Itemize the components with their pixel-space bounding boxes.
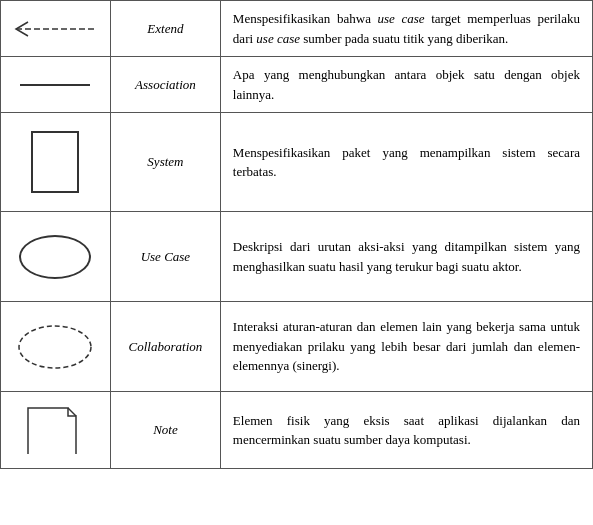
- usecase-label: Use Case: [141, 249, 190, 264]
- extend-icon-cell: [1, 1, 111, 57]
- association-label: Association: [135, 77, 196, 92]
- extend-desc: Menspesifikasikan bahwa use case target …: [233, 11, 580, 46]
- association-desc: Apa yang menghubungkan antara objek satu…: [233, 67, 580, 102]
- collaboration-ellipse-svg: [15, 322, 95, 372]
- note-icon-cell: [1, 392, 111, 469]
- extend-label: Extend: [147, 21, 183, 36]
- note-name-cell: Note: [110, 392, 220, 469]
- svg-marker-2: [28, 408, 76, 454]
- system-rect: [31, 131, 79, 193]
- system-name-cell: System: [110, 113, 220, 212]
- row-note: Note Elemen fisik yang eksis saat aplika…: [1, 392, 593, 469]
- row-association: Association Apa yang menghubungkan antar…: [1, 57, 593, 113]
- collaboration-icon-cell: [1, 302, 111, 392]
- system-icon: [7, 123, 104, 201]
- row-collaboration: Collaboration Interaksi aturan-aturan da…: [1, 302, 593, 392]
- collaboration-icon: [7, 314, 104, 380]
- collaboration-name-cell: Collaboration: [110, 302, 220, 392]
- system-desc: Menspesifikasikan paket yang menampilkan…: [233, 145, 580, 180]
- collaboration-desc-cell: Interaksi aturan-aturan dan elemen lain …: [220, 302, 592, 392]
- row-usecase: Use Case Deskripsi dari urutan aksi-aksi…: [1, 212, 593, 302]
- svg-point-1: [19, 326, 91, 368]
- association-desc-cell: Apa yang menghubungkan antara objek satu…: [220, 57, 592, 113]
- usecase-icon-cell: [1, 212, 111, 302]
- note-icon: [7, 402, 104, 458]
- system-label: System: [147, 154, 183, 169]
- note-svg: [26, 406, 84, 454]
- usecase-desc: Deskripsi dari urutan aksi-aksi yang dit…: [233, 239, 580, 274]
- extend-desc-cell: Menspesifikasikan bahwa use case target …: [220, 1, 592, 57]
- note-shape: [26, 406, 84, 454]
- usecase-name-cell: Use Case: [110, 212, 220, 302]
- association-icon: [7, 84, 104, 86]
- extend-arrow-svg: [10, 18, 100, 40]
- row-extend: Extend Menspesifikasikan bahwa use case …: [1, 1, 593, 57]
- usecase-icon: [7, 227, 104, 287]
- extend-name-cell: Extend: [110, 1, 220, 57]
- association-line: [20, 84, 90, 86]
- collaboration-label: Collaboration: [129, 339, 203, 354]
- row-system: System Menspesifikasikan paket yang mena…: [1, 113, 593, 212]
- system-desc-cell: Menspesifikasikan paket yang menampilkan…: [220, 113, 592, 212]
- note-desc: Elemen fisik yang eksis saat aplikasi di…: [233, 413, 580, 448]
- collaboration-desc: Interaksi aturan-aturan dan elemen lain …: [233, 319, 580, 373]
- extend-icon: [7, 18, 104, 40]
- system-icon-cell: [1, 113, 111, 212]
- note-desc-cell: Elemen fisik yang eksis saat aplikasi di…: [220, 392, 592, 469]
- usecase-ellipse: [19, 235, 91, 279]
- usecase-desc-cell: Deskripsi dari urutan aksi-aksi yang dit…: [220, 212, 592, 302]
- association-icon-cell: [1, 57, 111, 113]
- note-label: Note: [153, 422, 178, 437]
- association-name-cell: Association: [110, 57, 220, 113]
